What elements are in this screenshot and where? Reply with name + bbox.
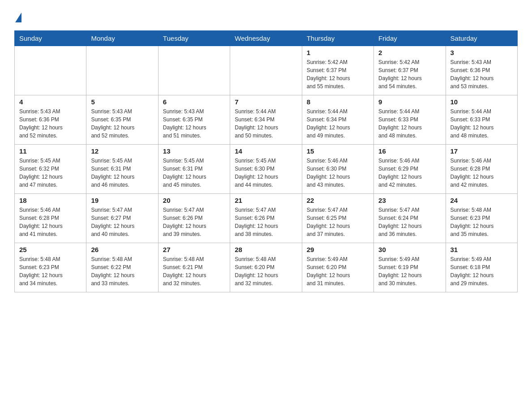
day-info: Sunrise: 5:43 AM Sunset: 6:35 PM Dayligh… <box>91 107 153 140</box>
calendar-day-cell: 16Sunrise: 5:46 AM Sunset: 6:29 PM Dayli… <box>374 145 446 194</box>
day-number: 7 <box>235 98 297 106</box>
day-info: Sunrise: 5:45 AM Sunset: 6:30 PM Dayligh… <box>235 157 297 189</box>
day-number: 5 <box>91 98 153 106</box>
day-info: Sunrise: 5:45 AM Sunset: 6:32 PM Dayligh… <box>19 157 82 189</box>
weekday-header-sunday: Sunday <box>15 31 86 46</box>
weekday-header-thursday: Thursday <box>302 31 373 46</box>
calendar-day-cell: 15Sunrise: 5:46 AM Sunset: 6:30 PM Dayli… <box>302 145 373 194</box>
day-info: Sunrise: 5:45 AM Sunset: 6:31 PM Dayligh… <box>163 157 225 189</box>
calendar-body: 1Sunrise: 5:42 AM Sunset: 6:37 PM Daylig… <box>15 46 518 292</box>
day-info: Sunrise: 5:42 AM Sunset: 6:37 PM Dayligh… <box>307 58 369 90</box>
calendar-day-cell: 3Sunrise: 5:43 AM Sunset: 6:36 PM Daylig… <box>446 46 517 95</box>
logo <box>14 11 22 22</box>
day-number: 17 <box>450 147 513 155</box>
calendar-day-cell: 5Sunrise: 5:43 AM Sunset: 6:35 PM Daylig… <box>86 95 158 145</box>
calendar-day-cell: 11Sunrise: 5:45 AM Sunset: 6:32 PM Dayli… <box>15 145 86 194</box>
calendar-day-cell: 9Sunrise: 5:44 AM Sunset: 6:33 PM Daylig… <box>374 95 446 145</box>
day-info: Sunrise: 5:44 AM Sunset: 6:33 PM Dayligh… <box>378 107 441 140</box>
calendar-day-cell: 14Sunrise: 5:45 AM Sunset: 6:30 PM Dayli… <box>230 145 302 194</box>
day-info: Sunrise: 5:49 AM Sunset: 6:18 PM Dayligh… <box>450 255 513 287</box>
day-number: 29 <box>307 246 369 253</box>
day-info: Sunrise: 5:44 AM Sunset: 6:33 PM Dayligh… <box>450 107 513 140</box>
calendar-day-cell: 18Sunrise: 5:46 AM Sunset: 6:28 PM Dayli… <box>15 194 86 243</box>
logo-triangle-icon <box>15 13 21 22</box>
calendar-day-cell: 6Sunrise: 5:43 AM Sunset: 6:35 PM Daylig… <box>158 95 230 145</box>
calendar-week-row: 4Sunrise: 5:43 AM Sunset: 6:36 PM Daylig… <box>15 95 518 145</box>
day-info: Sunrise: 5:48 AM Sunset: 6:20 PM Dayligh… <box>235 255 297 287</box>
calendar-day-cell: 25Sunrise: 5:48 AM Sunset: 6:23 PM Dayli… <box>15 243 86 292</box>
calendar-day-cell: 26Sunrise: 5:48 AM Sunset: 6:22 PM Dayli… <box>86 243 158 292</box>
day-info: Sunrise: 5:46 AM Sunset: 6:28 PM Dayligh… <box>450 157 513 189</box>
calendar-day-cell: 23Sunrise: 5:47 AM Sunset: 6:24 PM Dayli… <box>374 194 446 243</box>
weekday-header-saturday: Saturday <box>446 31 517 46</box>
weekday-header-friday: Friday <box>374 31 446 46</box>
day-number: 23 <box>378 197 441 204</box>
calendar-day-cell: 19Sunrise: 5:47 AM Sunset: 6:27 PM Dayli… <box>86 194 158 243</box>
day-number: 16 <box>378 147 441 155</box>
calendar-day-cell: 12Sunrise: 5:45 AM Sunset: 6:31 PM Dayli… <box>86 145 158 194</box>
calendar-empty-cell <box>158 46 230 95</box>
calendar-week-row: 18Sunrise: 5:46 AM Sunset: 6:28 PM Dayli… <box>15 194 518 243</box>
day-number: 18 <box>19 197 82 204</box>
calendar-day-cell: 8Sunrise: 5:44 AM Sunset: 6:34 PM Daylig… <box>302 95 373 145</box>
calendar-day-cell: 22Sunrise: 5:47 AM Sunset: 6:25 PM Dayli… <box>302 194 373 243</box>
day-number: 3 <box>450 49 513 56</box>
calendar-day-cell: 27Sunrise: 5:48 AM Sunset: 6:21 PM Dayli… <box>158 243 230 292</box>
day-info: Sunrise: 5:47 AM Sunset: 6:26 PM Dayligh… <box>235 206 297 238</box>
page-header <box>14 11 518 22</box>
calendar-day-cell: 21Sunrise: 5:47 AM Sunset: 6:26 PM Dayli… <box>230 194 302 243</box>
day-info: Sunrise: 5:42 AM Sunset: 6:37 PM Dayligh… <box>378 58 441 90</box>
day-number: 15 <box>307 147 369 155</box>
day-info: Sunrise: 5:45 AM Sunset: 6:31 PM Dayligh… <box>91 157 153 189</box>
calendar-day-cell: 2Sunrise: 5:42 AM Sunset: 6:37 PM Daylig… <box>374 46 446 95</box>
day-info: Sunrise: 5:44 AM Sunset: 6:34 PM Dayligh… <box>235 107 297 140</box>
day-number: 24 <box>450 197 513 204</box>
day-info: Sunrise: 5:43 AM Sunset: 6:35 PM Dayligh… <box>163 107 225 140</box>
day-info: Sunrise: 5:47 AM Sunset: 6:24 PM Dayligh… <box>378 206 441 238</box>
calendar-day-cell: 29Sunrise: 5:49 AM Sunset: 6:20 PM Dayli… <box>302 243 373 292</box>
day-number: 14 <box>235 147 297 155</box>
day-number: 25 <box>19 246 82 253</box>
day-number: 2 <box>378 49 441 56</box>
weekday-header-row: SundayMondayTuesdayWednesdayThursdayFrid… <box>15 31 518 46</box>
day-number: 6 <box>163 98 225 106</box>
day-info: Sunrise: 5:44 AM Sunset: 6:34 PM Dayligh… <box>307 107 369 140</box>
day-info: Sunrise: 5:49 AM Sunset: 6:20 PM Dayligh… <box>307 255 369 287</box>
day-info: Sunrise: 5:48 AM Sunset: 6:23 PM Dayligh… <box>450 206 513 238</box>
weekday-header-wednesday: Wednesday <box>230 31 302 46</box>
day-info: Sunrise: 5:46 AM Sunset: 6:28 PM Dayligh… <box>19 206 82 238</box>
day-number: 10 <box>450 98 513 106</box>
calendar-day-cell: 20Sunrise: 5:47 AM Sunset: 6:26 PM Dayli… <box>158 194 230 243</box>
calendar-day-cell: 17Sunrise: 5:46 AM Sunset: 6:28 PM Dayli… <box>446 145 517 194</box>
calendar-day-cell: 28Sunrise: 5:48 AM Sunset: 6:20 PM Dayli… <box>230 243 302 292</box>
day-info: Sunrise: 5:46 AM Sunset: 6:30 PM Dayligh… <box>307 157 369 189</box>
calendar-week-row: 11Sunrise: 5:45 AM Sunset: 6:32 PM Dayli… <box>15 145 518 194</box>
calendar-week-row: 1Sunrise: 5:42 AM Sunset: 6:37 PM Daylig… <box>15 46 518 95</box>
day-info: Sunrise: 5:48 AM Sunset: 6:23 PM Dayligh… <box>19 255 82 287</box>
calendar-day-cell: 31Sunrise: 5:49 AM Sunset: 6:18 PM Dayli… <box>446 243 517 292</box>
calendar-day-cell: 30Sunrise: 5:49 AM Sunset: 6:19 PM Dayli… <box>374 243 446 292</box>
day-number: 21 <box>235 197 297 204</box>
calendar-header: SundayMondayTuesdayWednesdayThursdayFrid… <box>15 31 518 46</box>
day-number: 26 <box>91 246 153 253</box>
day-info: Sunrise: 5:48 AM Sunset: 6:22 PM Dayligh… <box>91 255 153 287</box>
day-number: 4 <box>19 98 82 106</box>
day-number: 28 <box>235 246 297 253</box>
day-info: Sunrise: 5:46 AM Sunset: 6:29 PM Dayligh… <box>378 157 441 189</box>
calendar-day-cell: 4Sunrise: 5:43 AM Sunset: 6:36 PM Daylig… <box>15 95 86 145</box>
day-number: 31 <box>450 246 513 253</box>
day-info: Sunrise: 5:43 AM Sunset: 6:36 PM Dayligh… <box>19 107 82 140</box>
day-number: 8 <box>307 98 369 106</box>
day-info: Sunrise: 5:48 AM Sunset: 6:21 PM Dayligh… <box>163 255 225 287</box>
day-info: Sunrise: 5:47 AM Sunset: 6:27 PM Dayligh… <box>91 206 153 238</box>
calendar-day-cell: 7Sunrise: 5:44 AM Sunset: 6:34 PM Daylig… <box>230 95 302 145</box>
calendar-table: SundayMondayTuesdayWednesdayThursdayFrid… <box>14 30 518 292</box>
day-number: 20 <box>163 197 225 204</box>
calendar-day-cell: 1Sunrise: 5:42 AM Sunset: 6:37 PM Daylig… <box>302 46 373 95</box>
calendar-day-cell: 13Sunrise: 5:45 AM Sunset: 6:31 PM Dayli… <box>158 145 230 194</box>
calendar-day-cell: 10Sunrise: 5:44 AM Sunset: 6:33 PM Dayli… <box>446 95 517 145</box>
calendar-empty-cell <box>86 46 158 95</box>
day-number: 11 <box>19 147 82 155</box>
weekday-header-monday: Monday <box>86 31 158 46</box>
weekday-header-tuesday: Tuesday <box>158 31 230 46</box>
